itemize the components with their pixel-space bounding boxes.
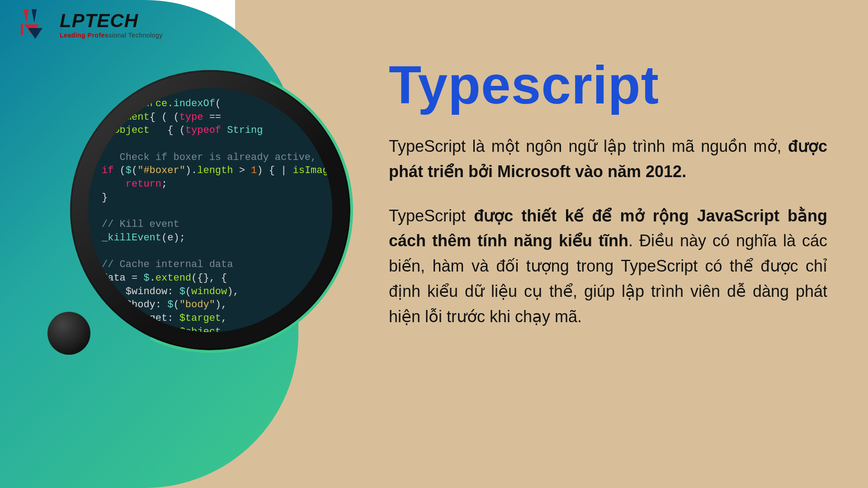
svg-marker-3 xyxy=(28,28,42,39)
logo-icon xyxy=(17,6,53,42)
content-column: Typescript TypeScript là một ngôn ngữ lậ… xyxy=(389,54,827,348)
code-image: source.indexOf( lement{ ( (type == isObj… xyxy=(88,88,332,332)
svg-marker-0 xyxy=(24,9,28,23)
paragraph-1: TypeScript là một ngôn ngữ lập trình mã … xyxy=(389,134,827,184)
slide-root: source.indexOf( lement{ ( (type == isObj… xyxy=(0,0,868,488)
paragraph-2: TypeScript được thiết kế để mở rộng Java… xyxy=(389,203,827,329)
logo-text: LPTECH Leading Professional Technology xyxy=(60,10,163,39)
code-image-ring: source.indexOf( lement{ ( (type == isObj… xyxy=(70,70,350,350)
logo-brand: LPTECH xyxy=(60,10,163,32)
logo-tagline: Leading Professional Technology xyxy=(60,32,163,39)
svg-rect-4 xyxy=(21,23,23,35)
slide-title: Typescript xyxy=(389,54,827,116)
svg-marker-1 xyxy=(32,9,37,23)
decorative-dot xyxy=(47,312,90,355)
logo: LPTECH Leading Professional Technology xyxy=(17,6,163,42)
code-snippet: source.indexOf( lement{ ( (type == isObj… xyxy=(102,97,328,328)
